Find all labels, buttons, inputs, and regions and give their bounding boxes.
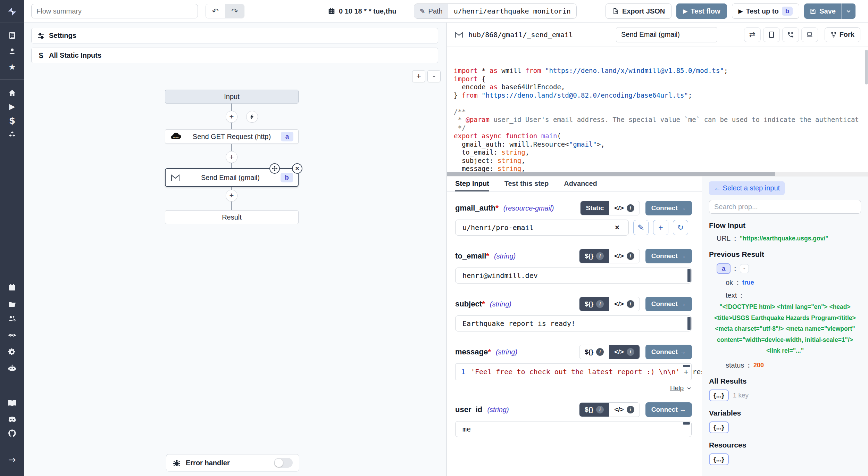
variables-dollar-icon[interactable]: $ (0, 113, 24, 128)
template-mode-option[interactable]: ${}i (579, 297, 609, 311)
flow-node-input[interactable]: Input (165, 90, 299, 104)
resources-object-chip[interactable]: {...} (709, 453, 729, 465)
prop-value-text[interactable]: "<!DOCTYPE html> <html lang="en"> <head>… (709, 302, 861, 356)
export-json-button[interactable]: Export JSON (606, 3, 671, 19)
flow-summary-input[interactable] (31, 4, 198, 18)
github-icon[interactable] (0, 426, 24, 441)
select-step-input-pill[interactable]: ← Select a step input (709, 181, 785, 195)
message-code-editor[interactable]: 1 'Feel free to check out the latest rep… (455, 363, 692, 380)
tab-advanced[interactable]: Advanced (564, 177, 597, 191)
groups-icon[interactable] (0, 311, 24, 326)
home-icon[interactable] (0, 85, 24, 100)
workspace-icon[interactable] (0, 28, 24, 43)
code-mode-option[interactable]: </>i (609, 201, 639, 215)
connect-button-subject[interactable]: Connect → (645, 297, 692, 311)
edit-resource-button[interactable]: ✎ (633, 220, 649, 235)
flow-node-send-email-selected[interactable]: Send Email (gmail) b × (165, 168, 299, 187)
swap-script-button[interactable]: ⇄ (744, 27, 761, 42)
prop-value-status[interactable]: 200 (753, 362, 764, 369)
collapse-chip[interactable]: - (740, 264, 749, 273)
step-title-input[interactable] (616, 27, 717, 42)
eye-icon[interactable] (0, 328, 24, 343)
flow-node-result[interactable]: Result (165, 210, 299, 224)
save-button[interactable]: Save (804, 3, 841, 19)
help-link[interactable]: Help (670, 384, 684, 392)
favorites-star-icon[interactable]: ★ (0, 59, 24, 75)
user-id-input[interactable] (455, 421, 692, 437)
search-prop-input[interactable] (709, 200, 861, 214)
move-step-button[interactable] (269, 163, 280, 174)
template-mode-option[interactable]: ${}i (579, 345, 609, 359)
flag-button[interactable] (801, 27, 818, 42)
settings-gear-icon[interactable] (0, 344, 24, 360)
robot-icon[interactable] (0, 361, 24, 376)
template-mode-option[interactable]: ${}i (579, 249, 609, 263)
add-step-button-1[interactable]: + (226, 111, 237, 123)
docs-book-icon[interactable] (0, 395, 24, 411)
connect-button-user-id[interactable]: Connect → (645, 402, 692, 417)
schedule-display[interactable]: 0 10 18 * * tue,thu (328, 7, 397, 15)
windmill-logo[interactable] (0, 4, 24, 19)
webhook-phone-button[interactable] (782, 27, 799, 42)
flow-node-http-get[interactable]: HTTP Send GET Request (http) a (165, 129, 299, 144)
prop-key-status[interactable]: status (726, 361, 744, 369)
test-flow-button[interactable]: ▶ Test flow (676, 3, 727, 19)
refresh-resource-button[interactable]: ↻ (673, 220, 688, 235)
zoom-out-button[interactable]: - (427, 70, 441, 82)
code-editor[interactable]: import * as wmill from "https://deno.lan… (447, 47, 868, 172)
redo-button[interactable]: ↷ (225, 4, 244, 18)
field-label-to-email: to_email* (string) (455, 252, 516, 261)
path-chip[interactable]: ✎ Path u/henri/earthquake_monitorin (414, 3, 577, 19)
code-mode-option[interactable]: </>i (609, 297, 639, 311)
tab-step-input[interactable]: Step Input (455, 177, 489, 191)
prop-key-url[interactable]: URL (717, 235, 731, 243)
expand-editor-button[interactable] (763, 27, 780, 42)
code-mode-option[interactable]: </>i (609, 403, 639, 417)
add-step-button-2[interactable]: + (226, 151, 237, 163)
resources-cubes-icon[interactable] (0, 127, 24, 142)
zoom-in-button[interactable]: + (412, 70, 425, 82)
to-email-input[interactable] (455, 268, 692, 284)
template-mode-option[interactable]: ${}i (579, 403, 609, 417)
static-mode-option[interactable]: Static (581, 201, 609, 215)
add-resource-button[interactable]: + (653, 220, 668, 235)
gmail-auth-resource-input[interactable] (455, 220, 629, 236)
connect-button-message[interactable]: Connect → (645, 345, 692, 359)
runs-play-icon[interactable]: ▶ (0, 99, 24, 114)
variables-object-chip[interactable]: {...} (709, 421, 729, 433)
prop-key-ok[interactable]: ok (726, 279, 733, 287)
connect-button-gmail-auth[interactable]: Connect → (645, 201, 692, 215)
prop-value-ok[interactable]: true (742, 279, 754, 286)
undo-button[interactable]: ↶ (206, 4, 225, 18)
discord-icon[interactable] (0, 412, 24, 427)
code-mode-option[interactable]: </>i (609, 249, 639, 263)
trigger-bolt-button[interactable] (246, 111, 258, 123)
previous-result-heading: Previous Result (709, 250, 861, 258)
user-icon[interactable] (0, 44, 24, 59)
expand-sidebar-arrow-icon[interactable]: → (0, 452, 24, 467)
gmail-icon (454, 31, 464, 38)
prop-key-text[interactable]: text (726, 292, 737, 299)
flow-settings-row[interactable]: Settings (31, 28, 438, 43)
result-key-a-chip[interactable]: a (717, 263, 731, 274)
clear-resource-icon[interactable]: × (615, 223, 619, 232)
tab-test-this-step[interactable]: Test this step (504, 177, 549, 191)
path-edit-segment[interactable]: ✎ Path (414, 4, 448, 18)
connect-button-to-email[interactable]: Connect → (645, 249, 692, 263)
save-dropdown-button[interactable] (841, 3, 856, 19)
code-hscrollbar[interactable] (447, 172, 868, 177)
folders-icon[interactable] (0, 296, 24, 312)
fork-button[interactable]: Fork (825, 27, 860, 42)
test-up-to-button[interactable]: ▶ Test up to b (732, 3, 800, 19)
all-static-inputs-row[interactable]: $ All Static Inputs (31, 48, 438, 63)
prop-value-url[interactable]: "https://earthquake.usgs.gov/" (740, 235, 828, 242)
add-step-button-3[interactable]: + (226, 190, 237, 202)
error-handler-toggle[interactable] (274, 458, 293, 468)
all-results-object-chip[interactable]: {...} (709, 389, 729, 401)
code-scrollbar-thumb[interactable] (865, 50, 868, 84)
code-mode-option[interactable]: </>i (609, 345, 639, 359)
subject-input[interactable] (455, 315, 692, 331)
delete-step-button[interactable]: × (292, 163, 302, 174)
schedules-calendar-icon[interactable] (0, 280, 24, 295)
calendar-icon (328, 7, 335, 15)
